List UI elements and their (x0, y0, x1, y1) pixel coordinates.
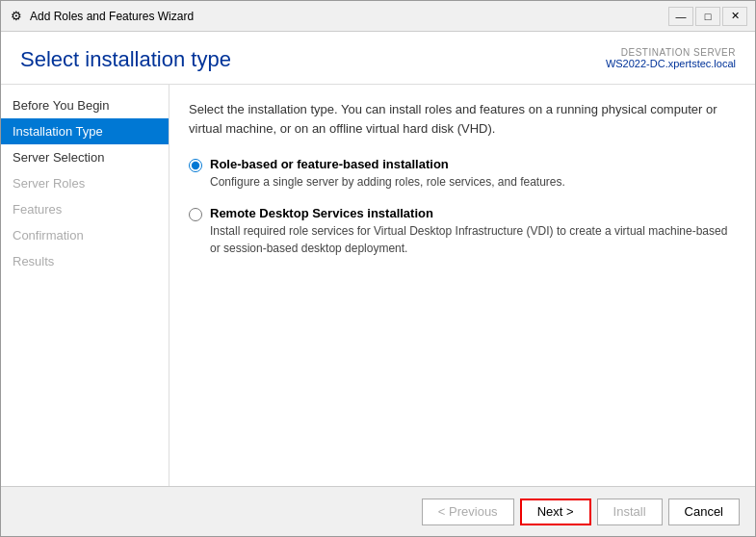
destination-label: DESTINATION SERVER (606, 47, 736, 58)
destination-info: DESTINATION SERVER WS2022-DC.xpertstec.l… (606, 47, 736, 69)
installation-options: Role-based or feature-based installation… (189, 157, 736, 257)
window-title: Add Roles and Features Wizard (30, 10, 668, 23)
sidebar-item-server-roles: Server Roles (1, 170, 169, 196)
option-remote-desktop-label: Remote Desktop Services installation (210, 206, 736, 220)
window-icon: ⚙ (9, 9, 24, 24)
next-button[interactable]: Next > (520, 499, 591, 525)
main-content: Select the installation type. You can in… (169, 85, 755, 486)
sidebar-item-features: Features (1, 196, 169, 222)
sidebar-item-server-selection[interactable]: Server Selection (1, 144, 169, 170)
destination-server: WS2022-DC.xpertstec.local (606, 58, 736, 69)
close-button[interactable]: ✕ (722, 7, 747, 26)
sidebar-item-results: Results (1, 248, 169, 274)
header: Select installation type DESTINATION SER… (1, 32, 755, 85)
sidebar: Before You Begin Installation Type Serve… (1, 85, 169, 486)
window-controls: — □ ✕ (668, 7, 747, 26)
content-area: Before You Begin Installation Type Serve… (1, 85, 755, 486)
sidebar-item-before-you-begin[interactable]: Before You Begin (1, 92, 169, 118)
option-role-based-label: Role-based or feature-based installation (210, 157, 565, 171)
page-title: Select installation type (20, 47, 231, 72)
option-remote-desktop: Remote Desktop Services installation Ins… (189, 206, 736, 257)
wizard-window: ⚙ Add Roles and Features Wizard — □ ✕ Se… (0, 0, 756, 537)
minimize-button[interactable]: — (668, 7, 693, 26)
radio-role-based[interactable] (189, 159, 202, 172)
cancel-button[interactable]: Cancel (668, 499, 740, 525)
footer: < Previous Next > Install Cancel (1, 486, 755, 536)
install-button: Install (597, 499, 663, 525)
previous-button[interactable]: < Previous (422, 499, 514, 525)
sidebar-item-installation-type[interactable]: Installation Type (1, 118, 169, 144)
radio-remote-desktop[interactable] (189, 208, 202, 221)
option-role-based-desc: Configure a single server by adding role… (210, 173, 565, 191)
description-text: Select the installation type. You can in… (189, 100, 736, 138)
maximize-button[interactable]: □ (695, 7, 720, 26)
option-role-based: Role-based or feature-based installation… (189, 157, 736, 191)
title-bar: ⚙ Add Roles and Features Wizard — □ ✕ (1, 1, 755, 32)
sidebar-item-confirmation: Confirmation (1, 222, 169, 248)
option-remote-desktop-desc: Install required role services for Virtu… (210, 222, 736, 257)
